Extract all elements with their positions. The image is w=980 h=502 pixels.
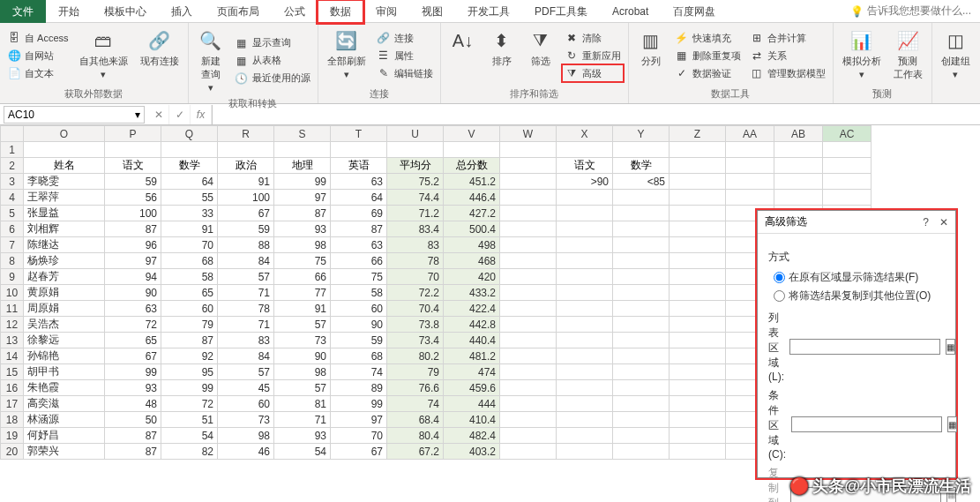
chevron-down-icon[interactable]: ▾ xyxy=(135,109,140,121)
tell-me[interactable]: 💡告诉我您想要做什么... xyxy=(842,0,980,22)
group-connections: 🔄全部刷新▾ 🔗连接 ☰属性 ✎编辑链接 连接 xyxy=(318,23,441,103)
valid-icon: ✓ xyxy=(675,66,689,80)
radio-copy-to[interactable]: 将筛选结果复制到其他位置(O) xyxy=(768,287,945,305)
col-header[interactable]: V xyxy=(444,126,500,142)
group-label: 排序和筛选 xyxy=(446,86,623,103)
copy-to-label: 复制到(T): xyxy=(768,466,785,502)
advanced-filter[interactable]: ⧩高级 xyxy=(563,65,623,81)
tab-view[interactable]: 视图 xyxy=(409,0,455,23)
flash-icon: ⚡ xyxy=(675,31,689,45)
group-data-tools: ▥分列 ⚡快速填充 ▦删除重复项 ✓数据验证 ⊞合并计算 ⇄关系 ◫管理数据模型… xyxy=(629,23,834,103)
clear-icon: ✖ xyxy=(565,31,579,45)
forecast-icon: 📈 xyxy=(894,27,921,54)
dialog-close[interactable]: ✕ xyxy=(939,216,948,229)
recent-icon: 🕓 xyxy=(235,71,249,86)
reapply[interactable]: ↻重新应用 xyxy=(563,48,623,64)
relationships[interactable]: ⇄关系 xyxy=(748,48,827,64)
fx-button[interactable]: fx xyxy=(191,105,212,124)
col-header[interactable]: AA xyxy=(726,126,774,142)
data-validation[interactable]: ✓数据验证 xyxy=(673,65,743,81)
group-sort-filter: A↓ ⬍排序 ⧩筛选 ✖清除 ↻重新应用 ⧩高级 排序和筛选 xyxy=(441,23,629,103)
rel-icon: ⇄ xyxy=(750,49,764,63)
tab-file[interactable]: 文件 xyxy=(0,0,46,23)
edit-links[interactable]: ✎编辑链接 xyxy=(375,65,435,81)
tab-pdf[interactable]: PDF工具集 xyxy=(522,0,600,23)
existing-conn[interactable]: 🔗现有连接 xyxy=(137,26,183,86)
from-table[interactable]: ▦从表格 xyxy=(233,53,312,69)
col-header[interactable]: T xyxy=(331,126,387,142)
query-icon: 🔍 xyxy=(198,27,224,54)
text-icon: 📄 xyxy=(7,66,21,80)
group-label xyxy=(938,99,974,103)
dialog-help[interactable]: ? xyxy=(923,216,929,229)
col-header[interactable]: AB xyxy=(774,126,823,142)
tab-insert[interactable]: 插入 xyxy=(159,0,205,23)
criteria-range-input[interactable] xyxy=(791,416,942,432)
formula-input[interactable] xyxy=(212,105,980,124)
recent-sources[interactable]: 🕓最近使用的源 xyxy=(233,71,312,86)
what-if[interactable]: 📊模拟分析▾ xyxy=(839,26,885,86)
tab-data[interactable]: 数据 xyxy=(318,0,363,23)
formula-bar: AC10▾ ✕ ✓ fx xyxy=(0,104,980,125)
col-header[interactable]: AC xyxy=(823,126,872,142)
col-header[interactable]: W xyxy=(500,126,557,142)
properties[interactable]: ☰属性 xyxy=(375,48,435,64)
group-get-transform: 🔍新建 查询▾ ▦显示查询 ▦从表格 🕓最近使用的源 获取和转换 xyxy=(189,23,318,103)
from-text[interactable]: 📄自文本 xyxy=(5,65,71,81)
sort[interactable]: ⬍排序 xyxy=(485,26,519,86)
ribbon-tabs: 文件 开始 模板中心 插入 页面布局 公式 数据 审阅 视图 开发工具 PDF工… xyxy=(0,0,980,23)
col-header[interactable]: S xyxy=(274,126,331,142)
filter[interactable]: ⧩筛选 xyxy=(524,26,557,86)
range-picker-icon[interactable]: ▦ xyxy=(946,339,955,355)
text-to-columns[interactable]: ▥分列 xyxy=(634,26,668,86)
col-header[interactable] xyxy=(1,126,24,142)
connections[interactable]: 🔗连接 xyxy=(375,30,435,46)
enter-formula[interactable]: ✓ xyxy=(169,105,191,124)
tab-baidu[interactable]: 百度网盘 xyxy=(661,0,728,23)
forecast-sheet[interactable]: 📈预测 工作表 xyxy=(890,26,926,86)
remove-dup[interactable]: ▦删除重复项 xyxy=(673,48,743,64)
col-header[interactable]: P xyxy=(105,126,161,142)
refresh-all[interactable]: 🔄全部刷新▾ xyxy=(324,26,370,86)
cancel-formula[interactable]: ✕ xyxy=(148,105,169,124)
tab-templates[interactable]: 模板中心 xyxy=(92,0,159,23)
name-box[interactable]: AC10▾ xyxy=(4,106,145,124)
tab-acrobat[interactable]: Acrobat xyxy=(600,0,661,23)
list-icon: ▦ xyxy=(235,36,249,50)
group-icon: ◫ xyxy=(942,27,969,54)
from-other[interactable]: 🗃自其他来源▾ xyxy=(76,26,131,86)
from-access[interactable]: 🗄自 Access xyxy=(5,30,71,46)
prop-icon: ☰ xyxy=(377,49,391,63)
col-header[interactable]: Z xyxy=(670,126,726,142)
range-picker-icon[interactable]: ▦ xyxy=(947,416,957,432)
col-header[interactable]: Q xyxy=(161,126,218,142)
table-icon: ▦ xyxy=(235,54,249,68)
tab-developer[interactable]: 开发工具 xyxy=(455,0,522,23)
model-icon: ◫ xyxy=(750,66,764,80)
radio-in-place[interactable]: 在原有区域显示筛选结果(F) xyxy=(768,268,945,287)
col-header[interactable]: O xyxy=(24,126,105,142)
new-query[interactable]: 🔍新建 查询▾ xyxy=(194,26,228,95)
tab-page-layout[interactable]: 页面布局 xyxy=(205,0,272,23)
col-header[interactable]: U xyxy=(387,126,444,142)
tab-review[interactable]: 审阅 xyxy=(363,0,409,23)
show-queries[interactable]: ▦显示查询 xyxy=(233,35,312,51)
clear-filter[interactable]: ✖清除 xyxy=(563,30,623,46)
tab-home[interactable]: 开始 xyxy=(46,0,92,23)
flash-fill[interactable]: ⚡快速填充 xyxy=(673,30,743,46)
group-external-data: 🗄自 Access 🌐自网站 📄自文本 🗃自其他来源▾ 🔗现有连接 获取外部数据 xyxy=(0,23,189,103)
col-header[interactable]: R xyxy=(218,126,274,142)
col-header[interactable]: X xyxy=(557,126,613,142)
sort-az[interactable]: A↓ xyxy=(446,26,480,86)
manage-model[interactable]: ◫管理数据模型 xyxy=(748,65,827,81)
col-header[interactable]: Y xyxy=(613,126,670,142)
consolidate[interactable]: ⊞合并计算 xyxy=(748,30,827,46)
list-range-input[interactable] xyxy=(789,339,940,355)
tab-formulas[interactable]: 公式 xyxy=(272,0,318,23)
bulb-icon: 💡 xyxy=(850,5,864,18)
group-outline: ◫创建组▾ xyxy=(932,23,979,103)
sort-icon: ⬍ xyxy=(489,27,515,54)
create-group[interactable]: ◫创建组▾ xyxy=(938,26,974,99)
group-label: 连接 xyxy=(324,86,435,103)
from-web[interactable]: 🌐自网站 xyxy=(5,48,71,64)
